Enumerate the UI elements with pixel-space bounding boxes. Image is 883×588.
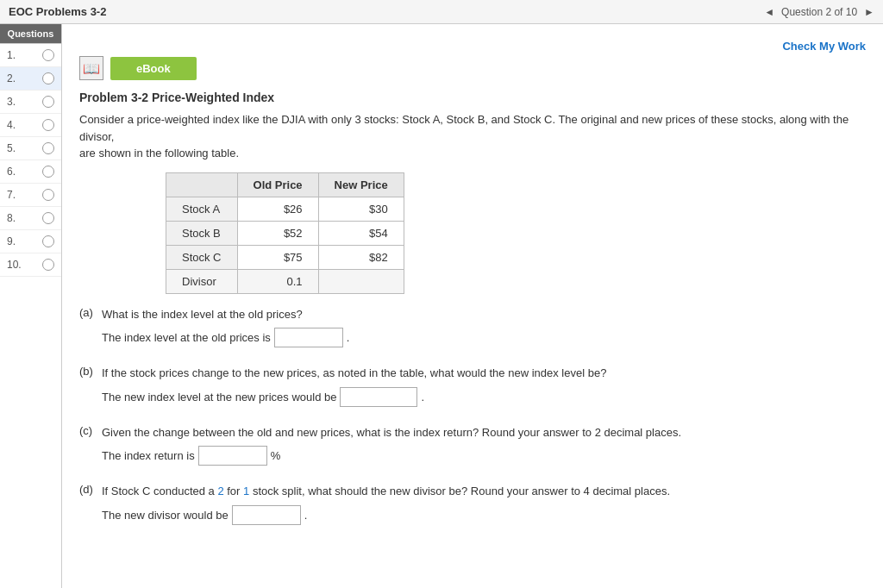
question-a-answer-suffix: . [347,331,350,344]
question-status-10 [42,259,54,271]
question-a-block: (a) What is the index level at the old p… [79,306,866,348]
question-c-answer-row: The index return is % [102,446,866,466]
question-b-input[interactable] [340,387,417,407]
table-cell-stock-b-old: $52 [237,221,318,245]
question-status-2 [42,72,54,84]
question-d-input[interactable] [232,505,301,525]
question-b-label: (b) If the stock prices change to the ne… [79,365,866,382]
question-c-label: (c) Given the change between the old and… [79,424,866,441]
sidebar-item-3[interactable]: 3. [0,91,61,114]
sidebar-item-10[interactable]: 10. [0,253,61,277]
question-a-answer-row: The index level at the old prices is . [102,328,866,347]
question-c-answer-suffix: % [271,449,281,462]
question-c-input[interactable] [198,446,267,466]
sidebar-item-7[interactable]: 7. [0,184,61,207]
prev-arrow[interactable]: ◄ [764,6,774,18]
question-counter: Question 2 of 10 [781,6,857,18]
table-cell-divisor-new [318,269,404,293]
question-c-letter: (c) [79,424,95,441]
question-status-4 [42,119,54,131]
question-status-1 [42,49,54,61]
question-a-letter: (a) [79,306,95,323]
ebook-button[interactable]: eBook [110,57,197,80]
question-a-input[interactable] [274,328,343,347]
question-c-block: (c) Given the change between the old and… [79,424,866,466]
table-cell-stock-c-label: Stock C [166,245,238,269]
sidebar-item-9[interactable]: 9. [0,230,61,253]
table-cell-stock-b-label: Stock B [166,221,238,245]
ebook-icon: 📖 [79,56,103,80]
table-row-stock-b: Stock B $52 $54 [166,221,404,245]
question-a-answer-prefix: The index level at the old prices is [102,331,271,344]
sidebar-item-1[interactable]: 1. [0,44,61,67]
question-d-text: If Stock C conducted a 2 for 1 stock spl… [102,483,670,500]
table-cell-stock-a-old: $26 [237,197,318,221]
check-work-bar: Check My Work [79,33,866,56]
question-status-7 [42,189,54,201]
question-c-text: Given the change between the old and new… [102,424,681,441]
content-area: Check My Work 📖 eBook Problem 3-2 Price-… [62,24,883,588]
sidebar-header: Questions [0,24,61,44]
question-status-5 [42,142,54,154]
question-b-answer-prefix: The new index level at the new prices wo… [102,391,336,403]
question-status-9 [42,235,54,247]
top-bar: EOC Problems 3-2 ◄ Question 2 of 10 ► [0,0,883,24]
table-cell-divisor-old: 0.1 [237,269,318,293]
question-nav: ◄ Question 2 of 10 ► [764,6,874,18]
question-d-answer-prefix: The new divisor would be [102,509,229,522]
sidebar-item-4[interactable]: 4. [0,114,61,137]
sidebar-item-6[interactable]: 6. [0,160,61,184]
ebook-bar: 📖 eBook [79,56,866,80]
sidebar-item-2[interactable]: 2. [0,67,61,91]
page-title: EOC Problems 3-2 [9,5,106,18]
question-b-text: If the stock prices change to the new pr… [102,365,606,382]
problem-title: Problem 3-2 Price-Weighted Index [79,91,866,104]
next-arrow[interactable]: ► [864,6,874,18]
question-a-label: (a) What is the index level at the old p… [79,306,866,323]
table-cell-stock-c-old: $75 [237,245,318,269]
table-cell-divisor-label: Divisor [166,269,238,293]
question-status-8 [42,212,54,224]
question-status-3 [42,96,54,108]
table-header-new-price: New Price [318,172,404,197]
question-b-answer-suffix: . [421,391,424,403]
table-row-stock-a: Stock A $26 $30 [166,197,404,221]
question-d-answer-suffix: . [304,509,308,522]
question-b-letter: (b) [79,365,95,382]
table-cell-stock-b-new: $54 [318,221,404,245]
problem-description: Consider a price-weighted index like the… [79,111,866,162]
sidebar: Questions 1. 2. 3. 4. 5. 6. [0,24,62,588]
table-cell-stock-a-new: $30 [318,197,404,221]
question-b-answer-row: The new index level at the new prices wo… [102,387,866,407]
question-d-label: (d) If Stock C conducted a 2 for 1 stock… [79,483,866,500]
table-cell-stock-a-label: Stock A [166,197,238,221]
question-d-block: (d) If Stock C conducted a 2 for 1 stock… [79,483,866,525]
table-cell-stock-c-new: $82 [318,245,404,269]
check-work-button[interactable]: Check My Work [782,40,866,53]
table-header-empty [166,172,238,197]
question-d-answer-row: The new divisor would be . [102,505,866,525]
sidebar-item-5[interactable]: 5. [0,137,61,160]
sidebar-item-8[interactable]: 8. [0,207,61,230]
table-row-stock-c: Stock C $75 $82 [166,245,404,269]
question-c-answer-prefix: The index return is [102,449,195,462]
question-b-block: (b) If the stock prices change to the ne… [79,365,866,407]
question-a-text: What is the index level at the old price… [102,306,303,323]
table-header-old-price: Old Price [237,172,318,197]
question-status-6 [42,166,54,178]
question-d-letter: (d) [79,483,95,500]
table-row-divisor: Divisor 0.1 [166,269,404,293]
stock-price-table: Old Price New Price Stock A $26 $30 Stoc… [166,172,404,294]
